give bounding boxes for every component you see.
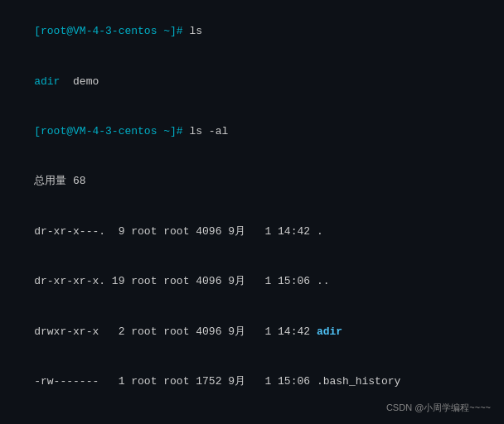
- command-line-1: [root@VM-4-3-centos ~]# ls: [8, 7, 496, 56]
- total-line: 总用量 68: [8, 157, 496, 206]
- watermark: CSDN @小周学编程~~~~: [386, 402, 491, 414]
- file-row-bash-history: -rw------- 1 root root 1752 9月 1 15:06 .…: [8, 357, 496, 407]
- ls-col2: demo: [73, 75, 99, 88]
- terminal: [root@VM-4-3-centos ~]# ls adir demo [ro…: [8, 7, 496, 417]
- ls-col1: adir: [34, 75, 60, 88]
- file-row-parent: dr-xr-xr-x. 19 root root 4096 9月 1 15:06…: [8, 257, 496, 306]
- file-row-current: dr-xr-x---. 9 root root 4096 9月 1 14:42 …: [8, 207, 496, 257]
- command-line-2: [root@VM-4-3-centos ~]# ls -al: [8, 107, 496, 157]
- ls-output: adir demo: [8, 56, 496, 106]
- prompt-1: [root@VM-4-3-centos ~]#: [34, 25, 189, 37]
- prompt-2: [root@VM-4-3-centos ~]#: [34, 125, 189, 137]
- total-text: 总用量 68: [34, 175, 85, 187]
- cmd-1: ls: [189, 25, 202, 37]
- cmd-2: ls -al: [189, 125, 228, 137]
- file-row-adir: drwxr-xr-x 2 root root 4096 9月 1 14:42 a…: [8, 307, 496, 357]
- ls-space: [60, 75, 73, 88]
